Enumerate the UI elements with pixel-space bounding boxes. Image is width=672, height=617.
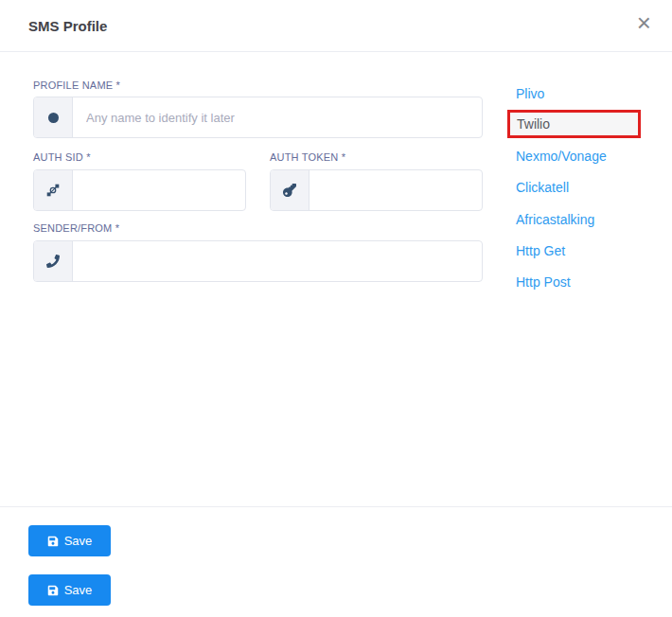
sender-from-input-group <box>33 240 483 282</box>
save-button[interactable]: Save <box>28 525 111 556</box>
save-button-label: Save <box>64 583 93 597</box>
provider-link-clickatell[interactable]: Clickatell <box>516 181 569 195</box>
floppy-disk-icon <box>47 585 59 596</box>
provider-link-http-get[interactable]: Http Get <box>516 244 565 258</box>
close-icon[interactable]: × <box>637 10 651 35</box>
provider-link-plivo[interactable]: Plivo <box>516 87 544 101</box>
profile-name-input-group <box>33 97 483 138</box>
circle-icon <box>48 113 59 123</box>
profile-name-addon <box>34 97 73 137</box>
sender-from-addon <box>34 241 73 281</box>
provider-label-twilio: Twilio <box>517 116 550 132</box>
key-icon <box>283 184 296 197</box>
provider-link-africastalking[interactable]: Africastalking <box>516 213 594 227</box>
save-button-label: Save <box>64 534 93 548</box>
provider-link-http-post[interactable]: Http Post <box>516 275 571 290</box>
save-button-secondary[interactable]: Save <box>28 574 111 606</box>
sender-from-label: SENDER/FROM * <box>33 222 119 234</box>
auth-token-input-group <box>270 169 483 211</box>
provider-link-nexmo-vonage[interactable]: Nexmo/Vonage <box>516 150 607 164</box>
modal-header: SMS Profile × <box>0 0 672 52</box>
auth-sid-addon <box>34 170 73 210</box>
auth-token-addon <box>271 170 309 210</box>
sms-profile-modal: SMS Profile × PROFILE NAME * AUTH SID * … <box>0 0 672 617</box>
auth-token-label: AUTH TOKEN * <box>270 151 345 163</box>
account-sid-icon <box>46 184 60 197</box>
floppy-disk-icon <box>47 536 59 547</box>
auth-sid-input[interactable] <box>73 170 245 210</box>
profile-name-input[interactable] <box>73 97 482 137</box>
sender-from-input[interactable] <box>73 241 482 281</box>
phone-icon <box>46 255 60 268</box>
profile-name-label: PROFILE NAME * <box>33 79 120 91</box>
auth-sid-input-group <box>33 169 246 211</box>
modal-title: SMS Profile <box>28 18 107 34</box>
footer-divider <box>0 506 672 507</box>
provider-link-twilio-selected[interactable]: Twilio <box>507 110 641 138</box>
auth-token-input[interactable] <box>309 170 482 210</box>
auth-sid-label: AUTH SID * <box>33 151 91 163</box>
